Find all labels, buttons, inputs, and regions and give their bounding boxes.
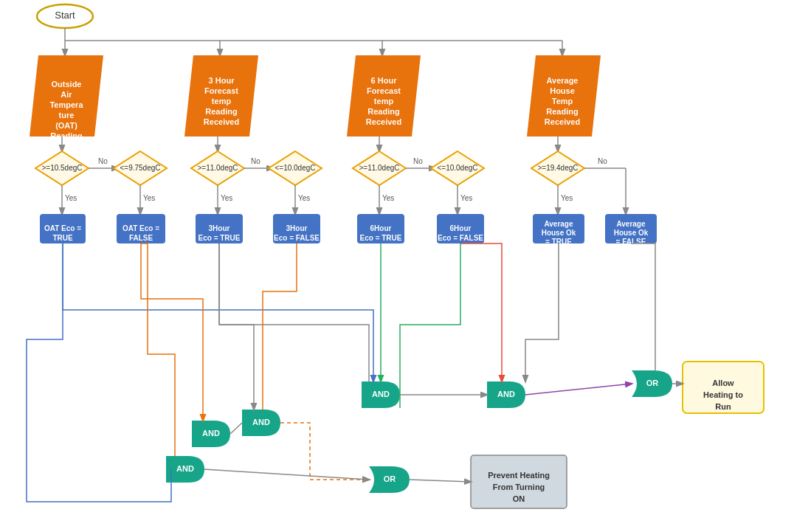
yes-label-3b: Yes (460, 194, 472, 202)
wire-and3-and2 (230, 423, 242, 434)
svg-text:>=19.4degC: >=19.4degC (537, 164, 578, 172)
wire-6h-false-andmain (460, 243, 502, 381)
gate-or-prevent: OR (369, 466, 410, 493)
svg-text:<=10.0degC: <=10.0degC (275, 164, 315, 172)
svg-text:>=11.0degC: >=11.0degC (359, 164, 399, 172)
gate-and2: AND (242, 410, 280, 436)
decision-6h-high: >=11.0degC (353, 151, 406, 185)
svg-text:AND: AND (497, 390, 515, 398)
decision-oat-low: <=9.75degC (114, 151, 167, 185)
wire-3h-true-and2 (219, 243, 254, 410)
decision-3h-low: <=10.0degC (269, 151, 322, 185)
no-label-1a: No (98, 157, 108, 165)
svg-text:<=10.0degC: <=10.0degC (437, 164, 477, 172)
svg-text:OR: OR (384, 474, 396, 483)
svg-text:<=9.75degC: <=9.75degC (120, 164, 160, 172)
yes-label-2a: Yes (221, 194, 232, 202)
input-oat: OutsideAirTemperature(OAT)Reading (30, 55, 103, 140)
yes-label-3a: Yes (382, 194, 394, 202)
svg-text:AND: AND (252, 418, 270, 426)
input-6hour: 6 HourForecasttempReadingReceived (347, 55, 421, 137)
wire-3h-false-and2 (263, 243, 297, 410)
gate-and4: AND (166, 456, 204, 483)
decision-3h-high: >=11.0degC (191, 151, 244, 185)
svg-text:AND: AND (372, 390, 390, 398)
no-label-2a: No (251, 157, 260, 165)
wire-6h-false-and1-b (400, 243, 460, 408)
gate-and1: AND (362, 381, 400, 408)
input-3hour: 3 HourForecasttempReadingReceived (184, 55, 258, 137)
gate-and3: AND (192, 421, 230, 447)
wire-3h-true-and1-2 (219, 243, 369, 381)
start-label: Start (55, 10, 75, 21)
decision-avg-high: >=19.4degC (531, 151, 584, 185)
proc-avg-false-label: AverageHouse Ok= FALSE (614, 220, 649, 246)
svg-text:AND: AND (202, 429, 220, 438)
svg-text:>=10.5degC: >=10.5degC (41, 164, 82, 172)
wire-andmain-or (525, 384, 632, 395)
wire-oat-false-and4 (141, 243, 175, 456)
input-avg-house: AverageHouseTempReadingReceived (527, 55, 601, 137)
yes-label-2b: Yes (298, 194, 310, 202)
svg-text:>=11.0degC: >=11.0degC (197, 164, 238, 172)
svg-text:AND: AND (176, 464, 194, 473)
wire-or-prevent-out (410, 480, 471, 482)
decision-oat-high: >=10.5degC (35, 151, 89, 185)
wire-avg-false-or (631, 243, 655, 370)
yes-label-1a: Yes (65, 194, 77, 202)
wire-oat-false-and3 (141, 243, 203, 421)
gate-and-main: AND (487, 381, 525, 408)
wire-and4-or-prevent (204, 469, 369, 480)
wire-oat-true-and1 (63, 243, 373, 381)
flowchart: Start OutsideAirTemperature(OAT)Reading … (0, 0, 794, 532)
svg-text:OR: OR (646, 379, 659, 387)
proc-avg-true-label: AverageHouse Ok= TRUE (542, 220, 576, 246)
no-label-3a: No (413, 157, 423, 165)
gate-or-allow: OR (632, 370, 672, 397)
decision-6h-low: <=10.0degC (431, 151, 484, 185)
wire-and2-or-prevent (280, 423, 369, 480)
wire-oat-true-and4 (27, 243, 171, 502)
yes-label-4a: Yes (561, 194, 573, 202)
yes-label-1b: Yes (143, 194, 155, 202)
no-label-4a: No (598, 157, 607, 165)
wire-avg-true-andmain (525, 243, 559, 381)
